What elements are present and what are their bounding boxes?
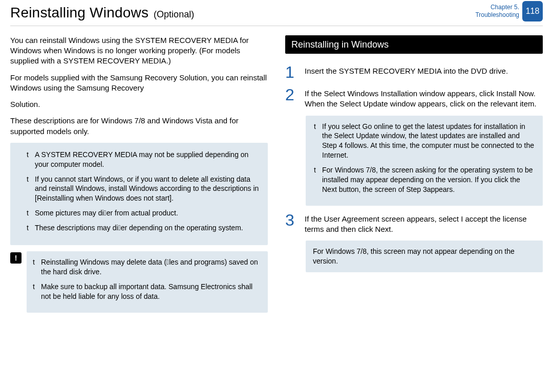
page-title: Reinstalling Windows <box>10 3 148 23</box>
warn-item: Reinstalling Windows may delete data ( l… <box>41 257 261 277</box>
note-item: Some pictures may di er from actual prod… <box>35 208 261 218</box>
step-number: 2 <box>285 86 297 103</box>
step-3: 3 If the User Agreement screen appears, … <box>285 212 543 235</box>
step-number: 3 <box>285 212 297 228</box>
note-item: If you cannot start Windows, or if you w… <box>35 175 261 204</box>
warning-row: ! Reinstalling Windows may delete data (… <box>10 251 268 313</box>
step-text: If the User Agreement screen appears, se… <box>305 212 543 235</box>
intro-p3: Solution. <box>10 99 268 110</box>
left-column: You can reinstall Windows using the SYST… <box>10 35 268 313</box>
step-1: 1 Insert the SYSTEM RECOVERY MEDIA into … <box>285 64 543 80</box>
content-columns: You can reinstall Windows using the SYST… <box>0 35 553 313</box>
note-item: If you select Go online to get the lates… <box>322 122 536 161</box>
intro-p1: You can reinstall Windows using the SYST… <box>10 35 268 67</box>
note-item: These descriptions may di er depending o… <box>35 223 261 233</box>
intro-p2: For models supplied with the Samsung Rec… <box>10 73 268 94</box>
section-heading: Reinstalling in Windows <box>285 35 543 54</box>
step2-notes-box: If you select Go online to get the lates… <box>306 116 543 206</box>
chapter-block: Chapter 5. Troubleshooting <box>475 4 519 19</box>
header-meta: Chapter 5. Troubleshooting 118 <box>475 1 543 21</box>
warning-icon: ! <box>10 252 22 264</box>
chapter-line1: Chapter 5. <box>475 4 519 11</box>
note-item: For Windows 7/8, the screen asking for t… <box>322 165 536 194</box>
title-group: Reinstalling Windows (Optional) <box>10 0 194 23</box>
left-notes-box: A SYSTEM RECOVERY MEDIA may not be suppl… <box>10 143 268 245</box>
warn-item: Make sure to backup all important data. … <box>41 282 261 301</box>
chapter-line2: Troubleshooting <box>475 11 519 19</box>
step-2: 2 If the Select Windows Installation win… <box>285 86 543 110</box>
step-text: If the Select Windows Installation windo… <box>305 86 543 110</box>
note-item: A SYSTEM RECOVERY MEDIA may not be suppl… <box>35 150 261 169</box>
step-number: 1 <box>285 64 297 80</box>
step3-note-text: For Windows 7/8, this screen may not app… <box>313 247 515 265</box>
page-number: 118 <box>526 6 540 17</box>
right-column: Reinstalling in Windows 1 Insert the SYS… <box>285 35 543 313</box>
page-header: Reinstalling Windows (Optional) Chapter … <box>10 0 543 26</box>
intro-p4: These descriptions are for Windows 7/8 a… <box>10 116 268 137</box>
warning-box: Reinstalling Windows may delete data ( l… <box>27 251 268 313</box>
page-subtitle: (Optional) <box>154 8 194 20</box>
page-number-badge: 118 <box>522 1 543 21</box>
step-text: Insert the SYSTEM RECOVERY MEDIA into th… <box>305 64 508 76</box>
step3-note-box: For Windows 7/8, this screen may not app… <box>306 241 543 272</box>
warning-icon-label: ! <box>15 253 17 263</box>
